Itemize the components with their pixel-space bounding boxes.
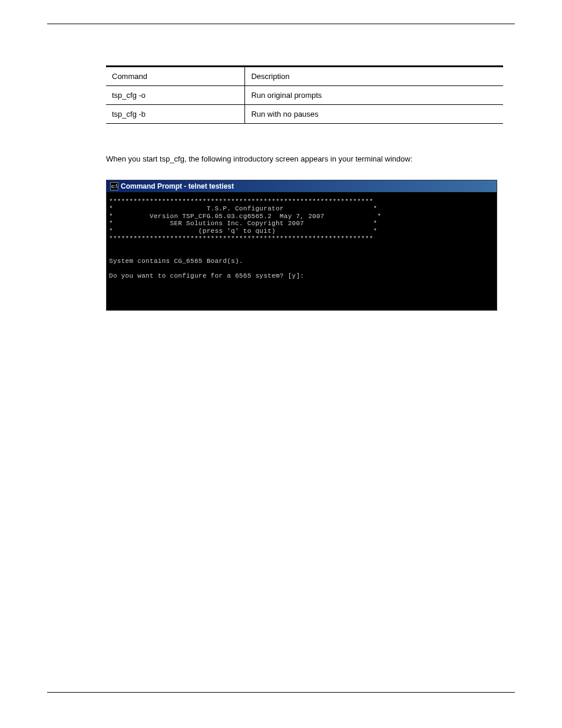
terminal-output: ****************************************… <box>107 192 497 310</box>
command-table: Command Description tsp_cfg -o Run origi… <box>106 65 503 124</box>
table-cell: Run original prompts <box>245 86 503 105</box>
intro-paragraph: When you start tsp_cfg, the following in… <box>106 153 503 165</box>
table-header-command: Command <box>106 67 245 86</box>
table-row: tsp_cfg -o Run original prompts <box>106 86 503 105</box>
footer-rule <box>47 692 515 693</box>
page-content: Command Description tsp_cfg -o Run origi… <box>106 65 503 311</box>
table-cell: tsp_cfg -o <box>106 86 245 105</box>
table-cell: tsp_cfg -b <box>106 105 245 124</box>
table-header-description: Description <box>245 67 503 86</box>
table-row: tsp_cfg -b Run with no pauses <box>106 105 503 124</box>
command-prompt-icon: c:\ <box>110 182 118 190</box>
terminal-titlebar: c:\ Command Prompt - telnet testiest <box>107 180 497 192</box>
header-rule <box>47 24 515 24</box>
terminal-title: Command Prompt - telnet testiest <box>121 182 234 190</box>
terminal-window: c:\ Command Prompt - telnet testiest ***… <box>106 180 497 311</box>
table-cell: Run with no pauses <box>245 105 503 124</box>
